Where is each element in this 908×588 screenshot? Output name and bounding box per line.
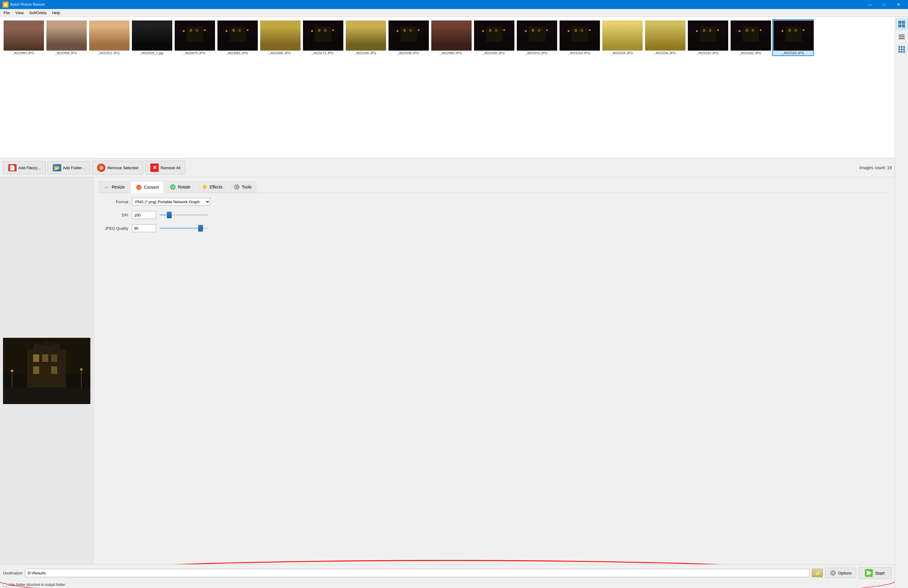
- thumbnail-image: [132, 21, 172, 51]
- thumbnail-item[interactable]: _4022983.JPG: [430, 19, 472, 56]
- thumbnail-name: _4022911.JPG: [89, 51, 128, 55]
- tab-effects[interactable]: Effects: [196, 181, 228, 193]
- convert-icon: [135, 184, 142, 191]
- thumbnail-name: _4023150.JPG: [474, 51, 513, 55]
- browse-button[interactable]: 📁: [812, 569, 823, 577]
- remove-all-button[interactable]: ✕ Remove All: [145, 161, 185, 175]
- thumbnail-item[interactable]: _4023154.JPG: [559, 19, 600, 56]
- thumbnail-name: _4023180.JPG: [346, 51, 385, 55]
- thumbnail-grid-container[interactable]: _4022893.JPG_4022894.JPG_4022911.JPG_402…: [0, 17, 895, 158]
- svg-rect-111: [898, 46, 900, 48]
- thumbnail-name: _4023151.JPG: [517, 51, 556, 55]
- thumbnail-item[interactable]: _4023151.JPG: [515, 19, 557, 56]
- thumbnail-item[interactable]: _4023156.JPG: [644, 19, 686, 56]
- svg-rect-113: [903, 46, 905, 48]
- maximize-button[interactable]: □: [877, 0, 891, 9]
- tab-rotate-label: Rotate: [178, 185, 190, 190]
- svg-rect-41: [538, 29, 540, 32]
- format-row: Format PNG (*.png) Portable Network Grap…: [98, 198, 890, 206]
- remove-selected-icon: ⊘: [97, 164, 105, 172]
- thumbnail-item[interactable]: _4023150.JPG: [473, 19, 514, 56]
- svg-rect-34: [495, 29, 497, 32]
- thumbnail-image: [47, 21, 87, 51]
- svg-point-10: [247, 29, 248, 31]
- menu-softorbits[interactable]: SoftOrbits: [27, 10, 49, 16]
- preview-area: [0, 177, 93, 564]
- destination-input[interactable]: [25, 569, 810, 577]
- jpeg-quality-input[interactable]: [132, 224, 156, 232]
- thumbnail-item[interactable]: _4022911.JPG: [88, 19, 129, 56]
- dpi-slider-thumb[interactable]: [167, 212, 172, 218]
- thumbnail-item[interactable]: _4023155.JPG: [601, 19, 643, 56]
- list-view-icon: [898, 33, 905, 40]
- tab-convert[interactable]: Convert: [130, 181, 164, 193]
- tab-tools[interactable]: Tools: [228, 181, 257, 193]
- thumbnail-view-button[interactable]: [896, 18, 908, 30]
- thumbnail-item[interactable]: _4023085.JPG: [259, 19, 301, 56]
- svg-rect-109: [899, 37, 905, 37]
- start-arrow-icon: [865, 569, 873, 577]
- thumbnail-item[interactable]: _4023180.JPG: [345, 19, 386, 56]
- add-files-button[interactable]: 📄 Add File(s)...: [3, 161, 46, 174]
- thumbnail-name: _4023081.JPG: [217, 51, 257, 55]
- jpeg-slider-thumb[interactable]: [198, 225, 203, 231]
- thumbnail-item[interactable]: _4022893.JPG: [2, 19, 44, 56]
- svg-rect-47: [575, 29, 577, 32]
- folder-structure-row: Use folder structure in output folder: [0, 582, 895, 588]
- rotate-icon: ↺: [169, 184, 176, 190]
- folder-structure-checkbox[interactable]: [3, 583, 7, 587]
- tab-rotate[interactable]: ↺ Rotate: [164, 181, 195, 193]
- svg-rect-108: [899, 35, 905, 35]
- sidebar: [895, 17, 908, 588]
- jpeg-quality-slider[interactable]: [159, 224, 208, 232]
- thumbnail-item[interactable]: _4023161.JPG: [687, 19, 728, 56]
- grid-view-icon: [898, 46, 905, 53]
- thumbnail-item[interactable]: _4022894.JPG: [45, 19, 87, 56]
- jpeg-slider-fill: [159, 228, 201, 229]
- svg-rect-54: [703, 29, 705, 32]
- tab-resize-label: Resize: [112, 185, 125, 190]
- svg-point-23: [397, 30, 398, 32]
- jpeg-slider-track: [159, 228, 208, 229]
- options-button[interactable]: Options: [825, 568, 856, 578]
- remove-selected-button[interactable]: ⊘ Remove Selected: [92, 161, 143, 175]
- svg-rect-25: [401, 26, 417, 42]
- svg-point-45: [589, 29, 591, 31]
- svg-rect-110: [899, 38, 905, 39]
- dpi-slider[interactable]: [159, 211, 208, 219]
- window-controls: — □ ✕: [863, 0, 906, 9]
- thumbnail-item[interactable]: _4023190.JPG: [387, 19, 429, 56]
- thumbnail-item[interactable]: _4023163.JPG: [772, 19, 814, 56]
- app-title: Batch Picture Resizer: [10, 2, 861, 6]
- svg-point-2: [183, 30, 185, 32]
- svg-rect-53: [700, 26, 716, 42]
- menu-file[interactable]: File: [1, 10, 12, 16]
- thumbnail-item[interactable]: _4022926_1.jpg: [131, 19, 172, 56]
- menu-help[interactable]: Help: [50, 10, 63, 16]
- add-files-icon: 📄: [8, 164, 16, 171]
- thumbnail-image: [474, 21, 514, 51]
- thumbnail-image: [431, 21, 472, 51]
- minimize-button[interactable]: —: [863, 0, 877, 9]
- add-folder-button[interactable]: 📂 Add Folder...: [48, 161, 90, 174]
- images-count: Images count: 19: [860, 165, 892, 170]
- svg-rect-99: [830, 573, 831, 573]
- menu-view[interactable]: View: [13, 10, 26, 16]
- close-button[interactable]: ✕: [892, 0, 906, 9]
- dpi-slider-track: [159, 214, 208, 215]
- tab-resize[interactable]: ↔ Resize: [98, 181, 130, 193]
- format-select[interactable]: PNG (*.png) Portable Network Graph JPEG …: [132, 198, 210, 206]
- add-folder-label: Add Folder...: [63, 165, 85, 170]
- list-view-button[interactable]: [896, 31, 908, 43]
- thumbnail-item[interactable]: _4023075.JPG: [174, 19, 215, 56]
- thumbnail-item[interactable]: _4023162.JPG: [729, 19, 771, 56]
- thumbnail-item[interactable]: _4023081.JPG: [216, 19, 258, 56]
- svg-point-87: [138, 186, 140, 188]
- grid-view-button[interactable]: [896, 43, 908, 55]
- start-button[interactable]: Start: [859, 567, 892, 579]
- svg-rect-20: [324, 29, 327, 32]
- dpi-row: DPI: [98, 211, 890, 219]
- preview-building: [3, 338, 90, 404]
- dpi-input[interactable]: [132, 211, 156, 219]
- thumbnail-item[interactable]: _4023172.JPG: [302, 19, 343, 56]
